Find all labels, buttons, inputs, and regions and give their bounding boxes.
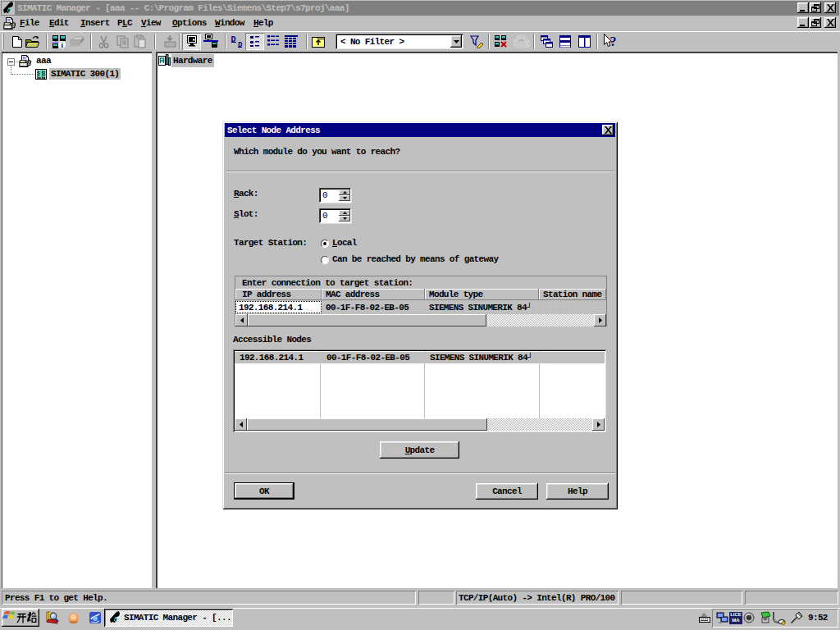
svg-text:?: ? bbox=[610, 34, 617, 48]
svg-text:D: D bbox=[231, 35, 236, 44]
